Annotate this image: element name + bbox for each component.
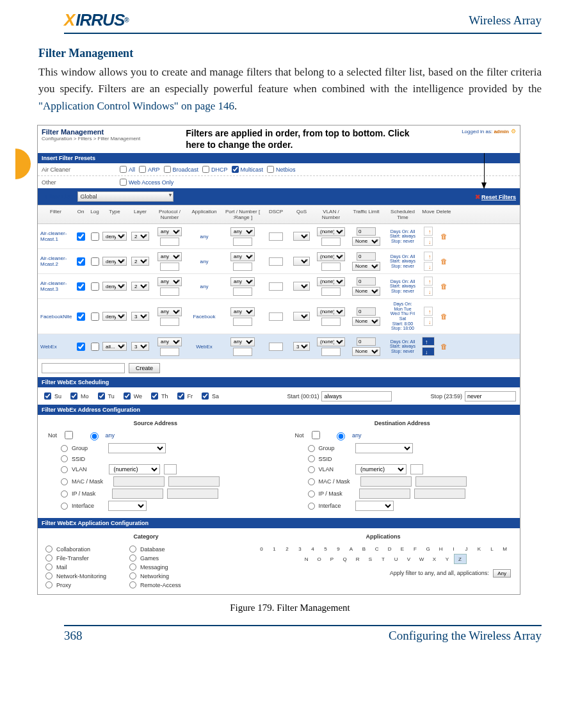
traffic-input[interactable] <box>357 252 376 261</box>
alpha-letter[interactable]: X <box>428 554 441 564</box>
day-we[interactable]: We <box>121 391 142 401</box>
port-select[interactable]: any <box>230 307 255 316</box>
proto-select[interactable]: any <box>157 277 182 286</box>
traffic-input[interactable] <box>357 277 376 286</box>
alpha-letter[interactable]: A <box>345 544 358 554</box>
start-input[interactable] <box>321 391 392 401</box>
layer-select[interactable]: 3 <box>131 342 149 351</box>
src-ip-radio[interactable] <box>61 490 68 497</box>
dst-any-radio[interactable] <box>337 432 345 441</box>
log-checkbox[interactable] <box>91 232 99 241</box>
traffic-unit-select[interactable]: None <box>352 287 380 296</box>
traffic-unit-select[interactable]: None <box>352 262 380 271</box>
cat-net-radio[interactable] <box>129 572 136 579</box>
stop-input[interactable] <box>465 391 516 401</box>
traffic-unit-select[interactable]: None <box>352 237 380 246</box>
dscp-input[interactable] <box>269 257 283 266</box>
src-ssid-radio[interactable] <box>61 455 68 462</box>
alpha-letter[interactable]: B <box>358 544 371 554</box>
src-vlan-num-input[interactable] <box>164 464 177 474</box>
on-checkbox[interactable] <box>77 312 85 321</box>
port-number-input[interactable] <box>233 238 252 246</box>
dst-ip-radio[interactable] <box>308 490 315 497</box>
proto-select[interactable]: any <box>157 307 182 316</box>
app-cell[interactable]: any <box>186 284 222 289</box>
move-down-button[interactable]: ↓ <box>424 287 433 296</box>
vlan-select[interactable]: (none) <box>317 227 345 236</box>
cb-arp[interactable]: ARP <box>139 166 160 173</box>
type-select[interactable]: deny <box>102 257 127 266</box>
proto-number-input[interactable] <box>160 287 179 296</box>
proto-select[interactable]: any <box>157 252 182 261</box>
vlan-select[interactable]: (none) <box>317 277 345 286</box>
layer-select[interactable]: 2 <box>131 257 149 266</box>
qos-select[interactable]: 3 <box>293 342 310 351</box>
app-cell[interactable]: any <box>186 234 222 239</box>
trash-icon[interactable]: 🗑 <box>440 343 447 350</box>
port-number-input[interactable] <box>233 348 252 356</box>
alpha-letter[interactable]: V <box>403 554 415 564</box>
on-checkbox[interactable] <box>77 282 85 291</box>
type-select[interactable]: deny <box>102 282 127 291</box>
traffic-unit-select[interactable]: None <box>352 347 380 356</box>
proto-select[interactable]: any <box>157 227 182 236</box>
src-mac-mask-input[interactable] <box>168 476 220 487</box>
dst-group-select[interactable] <box>355 443 413 453</box>
alpha-letter[interactable]: E <box>396 544 409 554</box>
alpha-letter[interactable]: W <box>415 554 428 564</box>
proto-number-input[interactable] <box>160 238 179 246</box>
dst-ip-input[interactable] <box>359 489 410 499</box>
trash-icon[interactable]: 🗑 <box>440 232 447 240</box>
alpha-letter[interactable]: U <box>390 554 403 564</box>
alpha-letter[interactable]: N <box>300 554 313 564</box>
move-up-button[interactable]: ↑ <box>424 307 433 316</box>
cb-dhcp[interactable]: DHCP <box>202 166 228 173</box>
dst-iface-radio[interactable] <box>308 503 315 510</box>
cat-proxy-radio[interactable] <box>45 581 52 588</box>
port-number-input[interactable] <box>233 318 252 326</box>
filter-name[interactable]: Air-cleaner-Mcast.1 <box>38 231 74 242</box>
filter-name[interactable]: Air-cleaner-Mcast.3 <box>38 280 74 292</box>
cat-msg-radio[interactable] <box>129 563 136 570</box>
filter-name[interactable]: FacebookNite <box>38 314 74 320</box>
day-su[interactable]: Su <box>42 391 61 401</box>
proto-number-input[interactable] <box>160 263 179 271</box>
vlan-number-input[interactable] <box>321 348 341 356</box>
dst-ssid-radio[interactable] <box>308 455 315 462</box>
alpha-letter[interactable]: 5 <box>319 544 332 554</box>
port-number-input[interactable] <box>233 263 252 271</box>
alpha-letter[interactable]: M <box>499 544 512 554</box>
proto-number-input[interactable] <box>160 318 179 326</box>
cat-mail-radio[interactable] <box>45 563 52 570</box>
port-select[interactable]: any <box>230 227 255 236</box>
dst-iface-select[interactable] <box>355 501 394 511</box>
traffic-input[interactable] <box>357 307 376 316</box>
alpha-letter[interactable]: G <box>422 544 435 554</box>
traffic-input[interactable] <box>357 227 376 236</box>
dst-mac-mask-input[interactable] <box>415 476 467 487</box>
alpha-letter[interactable]: 3 <box>294 544 307 554</box>
filter-name[interactable]: WebEx <box>38 344 74 350</box>
traffic-unit-select[interactable]: None <box>352 317 380 326</box>
src-mac-radio[interactable] <box>61 478 68 485</box>
proto-select[interactable]: any <box>157 337 182 346</box>
alpha-letter[interactable]: Y <box>441 554 454 564</box>
vlan-select[interactable]: (none) <box>317 337 345 346</box>
dscp-input[interactable] <box>269 312 283 321</box>
qos-select[interactable] <box>293 282 310 291</box>
src-iface-select[interactable] <box>108 501 147 511</box>
on-checkbox[interactable] <box>77 232 85 241</box>
dst-vlan-radio[interactable] <box>308 466 315 473</box>
intro-crossref-link[interactable]: "Application Control Windows" on page 14… <box>38 100 234 112</box>
port-select[interactable]: any <box>230 252 255 261</box>
cat-ra-radio[interactable] <box>129 581 136 588</box>
trash-icon[interactable]: 🗑 <box>440 282 447 290</box>
create-button[interactable]: Create <box>129 363 160 373</box>
src-any-radio[interactable] <box>90 432 99 441</box>
dst-mac-input[interactable] <box>360 476 412 487</box>
vlan-number-input[interactable] <box>321 287 341 296</box>
alpha-letter[interactable]: S <box>364 554 377 564</box>
new-filter-name-input[interactable] <box>42 363 125 373</box>
dst-vlan-num-input[interactable] <box>410 464 423 474</box>
gear-icon[interactable]: ⚙ <box>511 128 516 134</box>
